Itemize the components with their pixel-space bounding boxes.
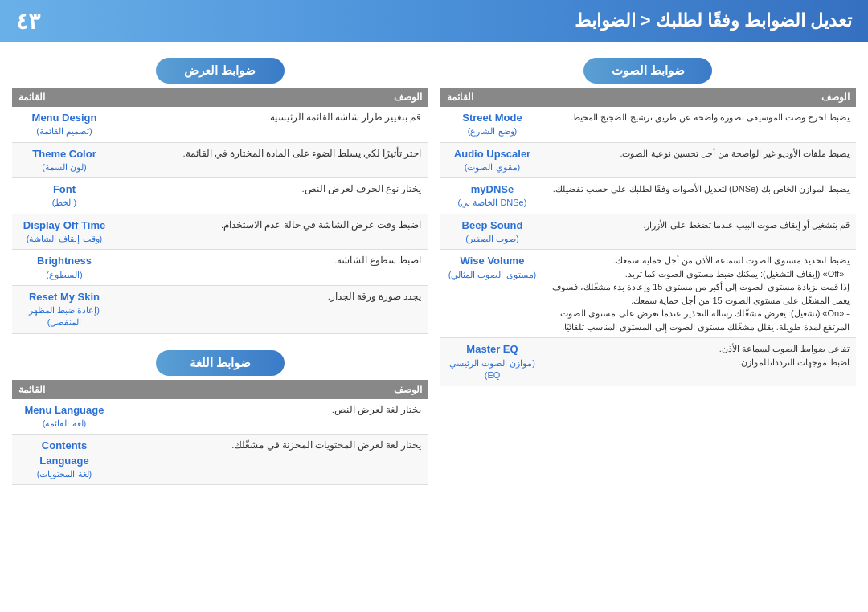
table-row: myDNSe (DNSe الخاصة بي) يضبط الموازن الخ…: [440, 178, 857, 214]
item-main-label: myDNSe: [447, 182, 538, 197]
item-sub-label: (مقوي الصوت): [447, 161, 538, 173]
item-desc-cell: اضبط سطوع الشاشة.: [117, 250, 428, 286]
item-main-label: Menu Design: [18, 111, 110, 125]
table-row: Master EQ (موازن الصوت الرئيسي EQ) تفاعل…: [440, 338, 857, 386]
display-table: القائمة الوصف Menu Design (تصميم القائمة…: [12, 88, 428, 334]
item-sub-label: (موازن الصوت الرئيسي EQ): [447, 357, 538, 382]
item-desc-cell: يجدد صورة ورقة الجدار.: [117, 285, 428, 333]
item-name-cell: Menu Language (لغة القائمة): [12, 399, 117, 435]
item-name-cell: Font (الخط): [12, 178, 117, 214]
item-desc-cell: يختار نوع الحرف لعرض النص.: [117, 178, 428, 214]
item-main-label: Brightness: [18, 254, 110, 268]
sound-table: القائمة الوصف Street Mode (وضع الشارع) ي…: [440, 88, 857, 386]
item-desc-cell: يضبط ملفات الأوديو غير الواضحة من أجل تح…: [545, 142, 857, 178]
item-desc-cell: يختار لغة لعرض المحتويات المخزنة في مشغّ…: [117, 435, 428, 485]
table-row: Menu Design (تصميم القائمة) قم بتغيير طر…: [12, 107, 428, 142]
item-main-label: Menu Language: [18, 403, 110, 418]
item-main-label: Contents Language: [18, 439, 110, 467]
item-desc-cell: قم بتشغيل أو إيقاف صوت البيب عندما تضغط …: [545, 214, 857, 250]
table-row: Street Mode (وضع الشارع) يضبط لخرج وصت ا…: [440, 107, 857, 142]
item-desc-cell: تفاعل ضوابط الصوت لسماعة الأذن.اضبط موجه…: [545, 338, 857, 386]
table-row: Font (الخط) يختار نوع الحرف لعرض النص.: [12, 178, 428, 214]
item-sub-label: (لغة المحتويات): [18, 468, 110, 480]
display-section-header: ضوابط العرض: [156, 58, 285, 84]
item-main-label: Master EQ: [447, 342, 538, 357]
display-col-desc: الوصف: [117, 88, 428, 107]
item-name-cell: Brightness (السطوع): [12, 250, 117, 286]
item-main-label: Wise Volume: [447, 254, 538, 268]
header-bar: ٤٣ تعديل الضوابط وفقًا لطلبك < الضوابط: [0, 0, 868, 42]
item-sub-label: (لون السمة): [18, 161, 110, 173]
item-name-cell: Display Off Time (وقت إيقاف الشاشة): [12, 214, 117, 250]
display-col-name: القائمة: [12, 88, 117, 107]
language-col-desc: الوصف: [117, 380, 428, 399]
language-section: ضوابط اللغة القائمة الوصف Menu Language …: [12, 350, 428, 485]
item-name-cell: Theme Color (لون السمة): [12, 142, 117, 178]
item-name-cell: Beep Sound (صوت الصفير): [440, 214, 545, 250]
language-col-name: القائمة: [12, 380, 117, 399]
page-number: ٤٣: [16, 8, 40, 35]
table-row: Beep Sound (صوت الصفير) قم بتشغيل أو إيق…: [440, 214, 857, 250]
sound-section: ضوابط الصوت القائمة الوصف Street Mode (و…: [440, 58, 857, 386]
item-sub-label: (DNSe الخاصة بي): [447, 197, 538, 209]
sound-section-header: ضوابط الصوت: [583, 58, 712, 84]
item-name-cell: Reset My Skin (إعادة ضبط المظهر المنفصل): [12, 285, 117, 333]
item-desc-cell: اختر تأثيرًا لكي يسلط الضوء على المادة ا…: [117, 142, 428, 178]
item-sub-label: (لغة القائمة): [18, 418, 110, 430]
table-row: Display Off Time (وقت إيقاف الشاشة) اضبط…: [12, 214, 428, 250]
item-sub-label: (تصميم القائمة): [18, 125, 110, 137]
item-name-cell: Street Mode (وضع الشارع): [440, 107, 545, 142]
item-sub-label: (إعادة ضبط المظهر المنفصل): [18, 304, 110, 329]
language-section-header: ضوابط اللغة: [156, 350, 285, 376]
sound-col-desc: الوصف: [545, 88, 857, 107]
main-content: ضوابط العرض القائمة الوصف Menu Design (ت…: [0, 42, 868, 612]
item-desc-cell: يضبط لتحديد مستوى الصوت لسماعة الأذن من …: [545, 250, 857, 338]
item-main-label: Display Off Time: [18, 218, 110, 233]
item-desc-cell: اضبط وقت عرض الشاشة في حالة عدم الاستخدا…: [117, 214, 428, 250]
item-main-label: Theme Color: [18, 147, 110, 161]
item-name-cell: myDNSe (DNSe الخاصة بي): [440, 178, 545, 214]
item-name-cell: Master EQ (موازن الصوت الرئيسي EQ): [440, 338, 545, 386]
display-section: ضوابط العرض القائمة الوصف Menu Design (ت…: [12, 58, 428, 334]
item-main-label: Street Mode: [447, 111, 538, 125]
right-column: ضوابط الصوت القائمة الوصف Street Mode (و…: [440, 58, 857, 604]
item-desc-cell: يضبط الموازن الخاص بك (DNSe) لتعديل الأص…: [545, 178, 857, 214]
item-name-cell: Menu Design (تصميم القائمة): [12, 107, 117, 142]
item-sub-label: (السطوع): [18, 269, 110, 281]
table-row: Menu Language (لغة القائمة) يختار لغة لع…: [12, 399, 428, 435]
item-sub-label: (وضع الشارع): [447, 125, 538, 137]
item-desc-cell: قم بتغيير طراز شاشة القائمة الرئيسية.: [117, 107, 428, 142]
item-name-cell: Wise Volume (مستوى الصوت المثالي): [440, 250, 545, 338]
table-row: Brightness (السطوع) اضبط سطوع الشاشة.: [12, 250, 428, 286]
item-main-label: Reset My Skin: [18, 290, 110, 304]
item-main-label: Font: [18, 182, 110, 197]
table-row: Audio Upscaler (مقوي الصوت) يضبط ملفات ا…: [440, 142, 857, 178]
table-row: Contents Language (لغة المحتويات) يختار …: [12, 435, 428, 485]
table-row: Theme Color (لون السمة) اختر تأثيرًا لكي…: [12, 142, 428, 178]
item-desc-cell: يضبط لخرج وصت الموسيقى بصورة واضحة عن طر…: [545, 107, 857, 142]
left-column: ضوابط العرض القائمة الوصف Menu Design (ت…: [12, 58, 428, 604]
item-main-label: Audio Upscaler: [447, 147, 538, 161]
item-sub-label: (مستوى الصوت المثالي): [447, 269, 538, 281]
sound-col-name: القائمة: [440, 88, 545, 107]
item-sub-label: (صوت الصفير): [447, 233, 538, 245]
item-desc-cell: يختار لغة لعرض النص.: [117, 399, 428, 435]
table-row: Reset My Skin (إعادة ضبط المظهر المنفصل)…: [12, 285, 428, 333]
item-name-cell: Audio Upscaler (مقوي الصوت): [440, 142, 545, 178]
item-name-cell: Contents Language (لغة المحتويات): [12, 435, 117, 485]
item-sub-label: (وقت إيقاف الشاشة): [18, 233, 110, 245]
table-row: Wise Volume (مستوى الصوت المثالي) يضبط ل…: [440, 250, 857, 338]
language-table: القائمة الوصف Menu Language (لغة القائمة…: [12, 380, 428, 485]
page-title: تعديل الضوابط وفقًا لطلبك < الضوابط: [575, 10, 852, 31]
item-main-label: Beep Sound: [447, 218, 538, 233]
item-sub-label: (الخط): [18, 197, 110, 209]
